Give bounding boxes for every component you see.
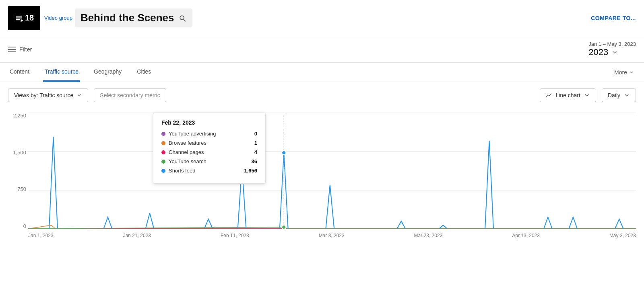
y-label-mid1: 1,500 (4, 150, 26, 156)
granularity-label: Daily (608, 92, 620, 98)
chevron-down-icon (584, 92, 590, 98)
date-range-label: Jan 1 – May 3, 2023 (588, 41, 636, 47)
tab-content[interactable]: Content (8, 63, 31, 82)
y-label-mid2: 750 (4, 186, 26, 192)
x-label-2: Jan 21, 2023 (123, 233, 151, 238)
tooltip-dot-1 (161, 141, 165, 145)
tooltip-value-3: 36 (252, 158, 257, 164)
header: 18 Video group Behind the Scenes COMPARE… (0, 0, 644, 36)
chart-tooltip: Feb 22, 2023 YouTube advertising 0 Brows… (153, 113, 266, 184)
chevron-down-icon (623, 92, 630, 98)
chart-svg-container: Jan 1, 2023 Jan 21, 2023 Feb 11, 2023 Ma… (28, 113, 636, 233)
y-label-bottom: 0 (4, 223, 26, 229)
tooltip-value-4: 1,656 (244, 168, 257, 174)
tooltip-row-2: Channel pages 4 (161, 149, 257, 155)
chart-type-controls: Line chart Daily (540, 88, 636, 102)
filter-icon (8, 46, 16, 53)
tab-more[interactable]: More (613, 64, 636, 81)
tooltip-date: Feb 22, 2023 (161, 119, 257, 126)
tooltip-row-1: Browse features 1 (161, 140, 257, 146)
title-box: Behind the Scenes (75, 8, 192, 27)
x-label-5: Mar 23, 2023 (414, 233, 443, 238)
x-label-1: Jan 1, 2023 (28, 233, 54, 238)
primary-metric-label: Views by: Traffic source (14, 92, 73, 98)
chart-area: 2,250 1,500 750 0 (0, 109, 644, 249)
tab-more-label: More (614, 69, 627, 76)
tooltip-value-1: 1 (254, 140, 257, 146)
playlist-count: 18 (25, 13, 34, 23)
tooltip-row-0: YouTube advertising 0 (161, 131, 257, 137)
tooltip-label-3: YouTube search (169, 158, 248, 164)
tabs-bar: Content Traffic source Geography Cities … (0, 63, 644, 82)
tooltip-value-2: 4 (254, 149, 257, 155)
svg-point-13 (282, 225, 286, 229)
tooltip-dot-2 (161, 150, 165, 154)
line-chart-icon (546, 92, 552, 98)
tooltip-dot-3 (161, 160, 165, 164)
year-value: 2023 (588, 47, 608, 57)
chevron-down-icon (629, 70, 634, 75)
tooltip-label-4: Shorts feed (169, 168, 241, 174)
x-label-7: May 3, 2023 (609, 233, 636, 238)
breadcrumb-parent: Video group (44, 15, 72, 21)
chart-type-dropdown[interactable]: Line chart (540, 88, 596, 102)
compare-button[interactable]: COMPARE TO... (591, 15, 636, 21)
tab-traffic-source[interactable]: Traffic source (43, 63, 80, 82)
breadcrumb: Video group (44, 15, 72, 21)
tooltip-dot-4 (161, 169, 165, 173)
chevron-down-icon (76, 92, 82, 98)
svg-point-12 (282, 151, 286, 155)
svg-rect-2 (16, 19, 20, 20)
tooltip-dot-0 (161, 132, 165, 136)
chart-type-label: Line chart (555, 92, 580, 98)
granularity-dropdown[interactable]: Daily (602, 88, 636, 102)
tooltip-row-4: Shorts feed 1,656 (161, 168, 257, 174)
svg-marker-3 (21, 19, 23, 22)
search-icon[interactable] (178, 14, 186, 22)
playlist-icon: 18 (8, 6, 40, 30)
primary-metric-dropdown[interactable]: Views by: Traffic source (8, 88, 88, 102)
secondary-metric-label: Select secondary metric (100, 92, 160, 98)
filter-label: Filter (19, 46, 32, 53)
tab-geography[interactable]: Geography (92, 63, 123, 82)
y-label-top: 2,250 (4, 113, 26, 119)
year-selector[interactable]: 2023 (588, 47, 636, 57)
tooltip-label-0: YouTube advertising (169, 131, 251, 137)
page-title: Behind the Scenes (80, 12, 174, 24)
tooltip-label-1: Browse features (169, 140, 251, 146)
secondary-metric-dropdown[interactable]: Select secondary metric (94, 88, 166, 102)
svg-rect-1 (16, 17, 22, 18)
x-label-6: Apr 13, 2023 (512, 233, 540, 238)
chevron-down-icon (611, 49, 618, 55)
date-range[interactable]: Jan 1 – May 3, 2023 2023 (588, 41, 636, 57)
line-chart-svg (28, 113, 636, 229)
svg-rect-0 (16, 16, 22, 16)
filter-bar: Filter Jan 1 – May 3, 2023 2023 (0, 36, 644, 63)
tooltip-label-2: Channel pages (169, 149, 251, 155)
chart-controls: Views by: Traffic source Select secondar… (0, 82, 644, 109)
tooltip-row-3: YouTube search 36 (161, 158, 257, 164)
tab-cities[interactable]: Cities (135, 63, 153, 82)
y-axis: 2,250 1,500 750 0 (4, 113, 26, 229)
x-label-4: Mar 3, 2023 (319, 233, 345, 238)
x-axis: Jan 1, 2023 Jan 21, 2023 Feb 11, 2023 Ma… (28, 230, 636, 238)
tooltip-value-0: 0 (254, 131, 257, 137)
filter-control[interactable]: Filter (8, 46, 32, 53)
x-label-3: Feb 11, 2023 (221, 233, 249, 238)
